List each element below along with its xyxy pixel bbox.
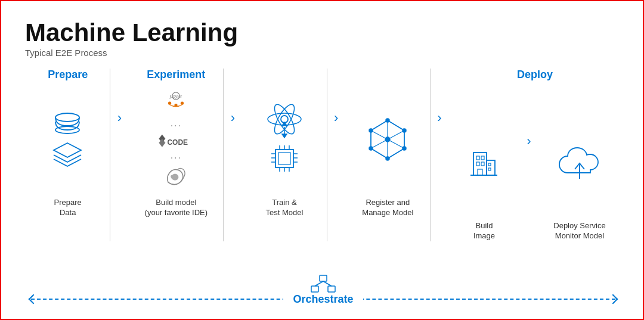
arrow-1: › [110,110,128,126]
svg-point-37 [402,129,406,132]
svg-text:jupyter: jupyter [169,95,183,100]
flow-area: Prepare PrepareData › [25,69,621,259]
orchestrate-icon [310,274,336,293]
experiment-icons: jupyter ··· CODE ··· [158,92,194,187]
svg-rect-51 [488,168,491,170]
experiment-label: Experiment [147,69,205,81]
train-label: x [281,69,287,81]
subtitle: Typical E2E Process [25,48,621,58]
train-divider [327,69,327,241]
orchestrate-area: Orchestrate [31,275,615,305]
deploy-icons [556,115,603,210]
svg-text:CODE: CODE [168,138,188,147]
svg-point-38 [402,147,406,150]
register-label: x [385,69,391,81]
svg-point-7 [181,102,184,105]
dots-2: ··· [171,153,182,163]
arrow-5: › [520,133,538,149]
register-step-label: Register andManage Model [362,198,413,218]
svg-rect-19 [278,153,290,164]
deploy-step-label: Deploy ServiceMonitor Model [553,221,605,241]
svg-point-36 [386,119,389,122]
jupyter-icon: jupyter [160,92,192,118]
svg-point-39 [386,157,389,160]
dots-1: ··· [171,120,182,131]
prepare-icons [51,92,84,187]
svg-rect-55 [311,286,318,292]
arrow-2: › [224,110,242,126]
svg-rect-46 [476,162,479,166]
orchestrate-text: Orchestrate [293,293,353,306]
cloud-upload-icon [556,142,603,184]
svg-rect-56 [328,286,335,292]
svg-rect-45 [481,156,484,160]
orchestrate-arrow-right [608,294,618,305]
experiment-step-label: Build model(your favorite IDE) [145,198,208,218]
prepare-step-label: PrepareData [54,198,82,218]
svg-rect-47 [481,162,484,166]
experiment-section: Experiment jupyter ··· CODE [128,69,224,218]
svg-point-41 [369,129,373,132]
train-step-label: Train &Test Model [266,198,304,218]
svg-line-58 [323,281,332,286]
register-icons [364,92,411,187]
header: Machine Learning Typical E2E Process [25,19,621,58]
main-container: Machine Learning Typical E2E Process Pre… [1,1,644,320]
svg-rect-50 [488,163,491,166]
train-section: x [242,69,327,218]
register-divider [430,69,431,241]
build-icons [462,115,506,210]
svg-rect-44 [476,156,479,160]
vscode-icon: CODE [158,133,194,150]
deploy-service-section: x Deploy ServiceMonitor Model [538,92,621,241]
register-section: x Register andManage Model [345,69,431,218]
train-icons [264,92,305,187]
svg-rect-43 [473,153,487,175]
build-step-label: BuildImage [473,221,495,241]
build-section: x [448,92,520,241]
orchestrate-arrow-left [29,294,39,305]
mesh-icon [364,116,411,163]
svg-line-57 [315,281,323,286]
database-icon-top [51,111,84,138]
deploy-label: Deploy [517,69,553,81]
svg-rect-48 [478,169,482,175]
svg-point-42 [385,137,390,142]
svg-marker-16 [282,134,287,138]
svg-point-0 [55,113,79,122]
svg-point-5 [168,102,171,105]
arrow-3: › [327,110,345,126]
atom-icon [264,104,305,140]
chip-icon [267,142,302,175]
layers-icon [51,141,84,167]
arrow-4: › [431,110,448,126]
svg-point-40 [369,147,373,150]
main-title: Machine Learning [25,19,621,46]
svg-marker-2 [54,143,81,157]
prepare-divider [110,69,110,241]
experiment-divider [223,69,224,241]
prepare-section: Prepare PrepareData [25,69,110,218]
prepare-label: Prepare [48,69,88,81]
building-icon [462,141,506,185]
orchestrate-label-area: Orchestrate [283,273,363,307]
svg-rect-54 [320,275,327,281]
pycharm-icon [161,166,191,188]
